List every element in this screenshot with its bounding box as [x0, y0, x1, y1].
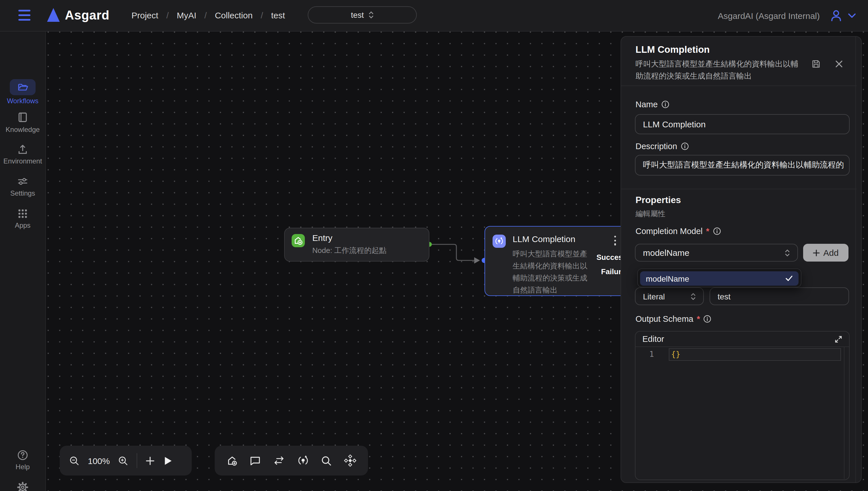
value-type-select[interactable]: Literal — [635, 287, 704, 305]
account-chevron-down-icon[interactable] — [848, 13, 856, 18]
name-info-icon[interactable] — [661, 100, 669, 108]
expand-editor-icon[interactable] — [835, 335, 842, 343]
sidebar-item-knowledge[interactable]: Knowledge — [0, 111, 45, 134]
fit-view-icon[interactable] — [344, 454, 356, 467]
swap-arrows-icon[interactable] — [273, 454, 285, 467]
required-asterisk: * — [697, 314, 700, 323]
panel-divider — [621, 189, 857, 189]
completion-model-label: Completion Model — [635, 227, 703, 236]
sliders-icon — [0, 175, 45, 187]
zoom-in-icon[interactable] — [118, 455, 129, 466]
workflow-select-value: test — [351, 10, 364, 20]
required-asterisk: * — [706, 227, 709, 236]
sidebar-label-knowledge: Knowledge — [0, 126, 45, 134]
node-entry[interactable]: Entry Node: 工作流程的起點 — [284, 228, 429, 262]
editor-code: {} — [671, 349, 681, 358]
check-icon — [785, 275, 793, 282]
breadcrumb-collection[interactable]: Collection — [215, 10, 252, 20]
plus-icon — [813, 249, 820, 256]
properties-section-title: Properties — [635, 195, 681, 205]
name-input-value: LLM Completion — [643, 119, 706, 129]
dropdown-option-label: modelName — [646, 274, 689, 283]
editor-title: Editor — [642, 335, 664, 344]
name-input[interactable]: LLM Completion — [635, 114, 850, 134]
panel-description: 呼叫大型語言模型並產生結構化的資料輸出以輔助流程的決策或生成自然語言輸出 — [635, 58, 806, 82]
sidebar-label-environment: Environment — [0, 157, 45, 165]
sidebar-label-workflows[interactable]: Workflows — [7, 97, 38, 105]
tools-toolbar — [215, 446, 368, 475]
completion-model-select[interactable]: modelName — [635, 244, 798, 262]
select-updown-icon — [369, 11, 374, 19]
sidebar-item-workflows[interactable] — [10, 79, 35, 95]
save-icon[interactable] — [812, 60, 820, 68]
output-schema-info-icon[interactable] — [704, 315, 711, 323]
toolbar-divider — [137, 453, 137, 468]
account-area: AsgardAI (Asgard Internal) — [718, 0, 820, 31]
node-menu-icon[interactable] — [613, 234, 618, 247]
completion-model-info-icon[interactable] — [713, 227, 721, 235]
folder-icon — [17, 82, 28, 93]
node-properties-panel: LLM Completion 呼叫大型語言模型並產生結構化的資料輸出以輔助流程的… — [621, 36, 862, 483]
account-label: AsgardAI (Asgard Internal) — [718, 10, 820, 20]
breadcrumb-test[interactable]: test — [271, 10, 285, 20]
panel-scrollbar[interactable] — [856, 37, 856, 482]
editor-body[interactable]: 1 {} — [635, 347, 849, 480]
llm-node-title: LLM Completion — [513, 234, 575, 244]
model-dropdown-popup: modelName — [637, 268, 802, 287]
description-info-icon[interactable] — [681, 142, 688, 150]
model-dropdown-option[interactable]: modelName — [640, 271, 798, 286]
close-panel-icon[interactable] — [835, 60, 843, 68]
name-field-label: Name — [635, 100, 658, 109]
comment-icon[interactable] — [249, 455, 262, 467]
editor-header: Editor — [635, 331, 849, 347]
editor-line-number: 1 — [649, 349, 654, 358]
select-updown-icon — [690, 292, 696, 300]
zoom-level: 100% — [88, 456, 110, 465]
schema-editor: Editor 1 {} — [635, 331, 850, 480]
breadcrumb-project[interactable]: Project — [132, 10, 158, 20]
value-input[interactable]: test — [710, 287, 849, 305]
user-icon[interactable] — [830, 9, 842, 22]
logo-text: Asgard — [65, 8, 109, 23]
workflow-select[interactable]: test — [308, 6, 417, 24]
run-workflow-icon[interactable] — [163, 456, 173, 465]
add-model-button[interactable]: Add — [803, 244, 848, 262]
llm-refresh-bulb-icon — [493, 235, 506, 248]
value-type-label: Literal — [643, 292, 665, 301]
asgard-logo-icon — [47, 8, 60, 22]
apps-grid-icon — [0, 208, 45, 220]
add-entry-node-icon[interactable] — [226, 455, 238, 467]
zoom-out-icon[interactable] — [69, 455, 80, 466]
search-canvas-icon[interactable] — [321, 455, 333, 467]
breadcrumb: Project / MyAI / Collection / test — [132, 10, 285, 20]
gear-icon — [0, 481, 45, 491]
breadcrumb-myai[interactable]: MyAI — [177, 10, 196, 20]
editor-scrollbar[interactable] — [844, 346, 844, 479]
sidebar-item-environment[interactable]: Environment — [0, 143, 45, 165]
sidebar-item-settings[interactable]: Settings — [0, 175, 45, 197]
llm-tool-icon[interactable] — [297, 454, 309, 467]
completion-model-value: modelName — [643, 248, 689, 258]
sidebar-label-help: Help — [0, 463, 45, 471]
breadcrumb-separator: / — [261, 10, 263, 20]
add-node-icon[interactable] — [145, 456, 155, 465]
panel-divider — [621, 85, 857, 86]
edge-entry-to-llm — [432, 244, 474, 260]
sidebar-item-workspace[interactable]: Workspace — [0, 481, 45, 491]
edge-arrowhead-icon — [474, 257, 480, 264]
properties-section-subtitle: 編輯屬性 — [635, 209, 666, 219]
menu-hamburger-icon[interactable] — [18, 10, 30, 21]
entry-house-plus-icon — [292, 234, 305, 247]
description-input[interactable]: 呼叫大型語言模型並產生結構化的資料輸出以輔助流程的 — [635, 155, 850, 175]
help-circle-icon — [0, 449, 45, 461]
sidebar-item-help[interactable]: Help — [0, 449, 45, 471]
sidebar-item-apps[interactable]: Apps — [0, 208, 45, 229]
sidebar-label-apps: Apps — [0, 222, 45, 229]
entry-node-title: Entry — [312, 233, 332, 242]
panel-title: LLM Completion — [635, 44, 710, 55]
description-input-value: 呼叫大型語言模型並產生結構化的資料輸出以輔助流程的 — [643, 160, 844, 170]
header: Asgard Project / MyAI / Collection / tes… — [0, 0, 868, 32]
book-icon — [0, 111, 45, 123]
breadcrumb-separator: / — [166, 10, 168, 20]
editor-current-line — [669, 348, 841, 361]
